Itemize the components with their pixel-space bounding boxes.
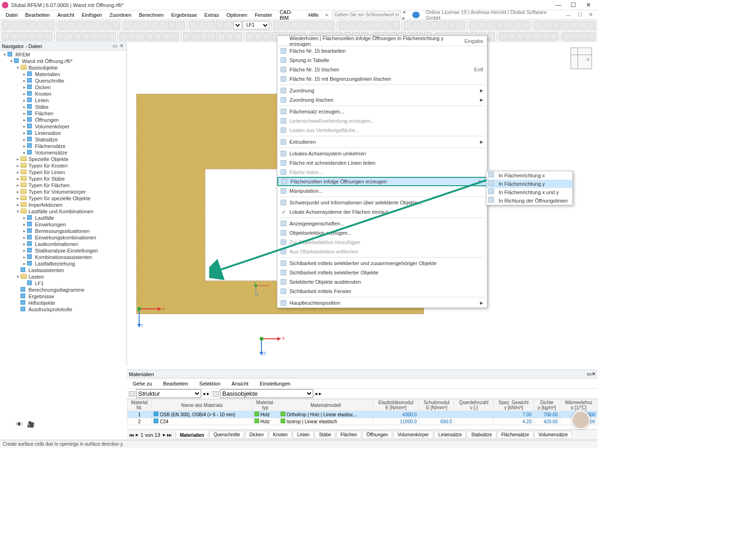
toolbar-button[interactable]: [533, 32, 541, 41]
toolbar-button[interactable]: [141, 21, 149, 29]
tree-row[interactable]: ▸Stäbe: [2, 104, 125, 110]
nav-prev-icon[interactable]: ◂: [315, 391, 317, 397]
bottom-menu-item[interactable]: Gehe zu: [129, 381, 156, 386]
tree-row[interactable]: ▸Volumenkörper: [2, 123, 125, 130]
toolbar-button[interactable]: [159, 21, 167, 29]
toolbar-button[interactable]: [46, 21, 54, 29]
tab-flächen[interactable]: Flächen: [336, 431, 361, 439]
toolbar-button[interactable]: [108, 32, 115, 41]
toolbar-button[interactable]: [542, 32, 550, 41]
toolbar-combo[interactable]: LF1: [243, 21, 269, 29]
tab-stabsätze[interactable]: Stabsätze: [467, 431, 496, 439]
toolbar-button[interactable]: [36, 32, 43, 41]
tree-row[interactable]: ▸Typen für Flächen: [2, 182, 125, 189]
tree-row[interactable]: ▸Einwirkungen: [2, 221, 125, 228]
toolbar-button[interactable]: [191, 32, 199, 41]
navigator-close-icon[interactable]: ✕: [118, 43, 125, 49]
toolbar-button[interactable]: [146, 32, 153, 41]
toolbar-button[interactable]: [273, 21, 281, 29]
toolbar-button[interactable]: [2, 32, 9, 41]
submenu-item[interactable]: In Flächenrichtung y: [486, 180, 572, 188]
nav-next-icon[interactable]: ▸: [319, 391, 322, 397]
toolbar-button[interactable]: [347, 21, 355, 29]
toolbar-button[interactable]: [499, 32, 507, 41]
camera-icon[interactable]: 🎥: [27, 421, 35, 428]
ctx-item[interactable]: Sichtbarkeit mittels selektierter und zu…: [277, 259, 487, 268]
toolbar-button[interactable]: [374, 21, 382, 29]
tab-öffnungen[interactable]: Öffnungen: [362, 431, 393, 439]
toolbar-button[interactable]: [28, 21, 36, 29]
toolbar-button[interactable]: [246, 32, 254, 41]
tab-liniensätze[interactable]: Liniensätze: [434, 431, 466, 439]
toolbar-button[interactable]: [496, 21, 504, 29]
ctx-item[interactable]: Extrudieren▶: [277, 137, 487, 147]
toolbar-button[interactable]: [183, 32, 190, 41]
ctx-item[interactable]: Zuordnung▶: [277, 86, 487, 95]
toolbar-button[interactable]: [562, 32, 570, 41]
toolbar-button[interactable]: [209, 32, 216, 41]
ctx-item[interactable]: Manipulation...: [277, 186, 487, 196]
tree-row[interactable]: ▸Lastfälle: [2, 215, 125, 221]
ctx-item[interactable]: Flächenzellen infolge Öffnungen erzeugen…: [277, 177, 487, 186]
toolbar-button[interactable]: [516, 32, 524, 41]
materials-table[interactable]: MaterialNr.Name des MaterialsMaterial-ty…: [127, 399, 598, 429]
toolbar-button[interactable]: [154, 32, 162, 41]
menu-ansicht[interactable]: Ansicht: [54, 12, 78, 18]
toolbar-button[interactable]: [413, 21, 421, 29]
menu-berechnen[interactable]: Berechnen: [135, 12, 168, 18]
tree-row[interactable]: ▸Flächensätze: [2, 143, 125, 149]
menu-bearbeiten[interactable]: Bearbeiten: [21, 12, 54, 18]
toolbar-button[interactable]: [82, 32, 90, 41]
toolbar-button[interactable]: [76, 21, 84, 29]
toolbar-button[interactable]: [137, 32, 144, 41]
toolbar-button[interactable]: [525, 32, 532, 41]
toolbar-button[interactable]: [124, 21, 132, 29]
toolbar-button[interactable]: [74, 32, 81, 41]
toolbar-button[interactable]: [561, 21, 569, 29]
ctx-item[interactable]: Selektierte Objekte ausblenden: [277, 277, 487, 287]
ctx-item[interactable]: Fläche Nr. 15 löschenEntf: [277, 65, 487, 74]
submenu-item[interactable]: In Flächenrichtung x und y: [486, 188, 572, 196]
menu-hilfe[interactable]: Hilfe: [304, 12, 322, 18]
tab-knoten[interactable]: Knoten: [269, 431, 292, 439]
toolbar-button[interactable]: [226, 32, 233, 41]
struct-combo[interactable]: Struktur: [136, 389, 201, 398]
menu-extras[interactable]: Extras: [201, 12, 223, 18]
tree-row[interactable]: Hilfsobjekte: [2, 300, 125, 306]
navigator-tree[interactable]: ▾RFEM▾Wand mit Öffnung.rf6*▾Basisobjekte…: [0, 50, 127, 366]
ctx-item[interactable]: Hauptleuchtenposition▶: [277, 298, 487, 308]
tab-materialien[interactable]: Materialien: [176, 431, 208, 439]
nav-prev-icon[interactable]: ◂: [203, 391, 205, 397]
toolbar-button[interactable]: [234, 32, 242, 41]
toolbar-button[interactable]: [133, 21, 141, 29]
tree-row[interactable]: ▸Imperfektionen: [2, 202, 125, 208]
tab-volumensätze[interactable]: Volumensätze: [534, 431, 572, 439]
toolbar-button[interactable]: [487, 32, 495, 41]
toolbar-button[interactable]: [487, 21, 495, 29]
eye-icon[interactable]: 👁: [16, 420, 22, 428]
bottom-menu-item[interactable]: Selektion: [196, 381, 224, 386]
toolbar-button[interactable]: [85, 21, 93, 29]
page-nav[interactable]: ⏮◂1 von 13▸⏭: [129, 432, 172, 438]
tree-row[interactable]: ▸Liniensätze: [2, 130, 125, 136]
toolbar-button[interactable]: [505, 21, 513, 29]
ctx-item[interactable]: Sichtbarkeit mittels Fenster: [277, 287, 487, 296]
toolbar-button[interactable]: [91, 32, 98, 41]
mdi-min-button[interactable]: —: [563, 12, 574, 18]
toolbar-button[interactable]: [200, 32, 208, 41]
toolbar-button[interactable]: [255, 32, 262, 41]
tree-row[interactable]: ▸Lastkombinationen: [2, 241, 125, 247]
tree-row[interactable]: LF1: [2, 280, 125, 287]
tree-row[interactable]: Lastassistenten: [2, 267, 125, 273]
tab-linien[interactable]: Linien: [293, 431, 314, 439]
toolbar-button[interactable]: [579, 32, 587, 41]
menu-cad-bim[interactable]: CAD-BIM: [276, 9, 305, 21]
tree-row[interactable]: ▸Stabsätze: [2, 136, 125, 143]
ctx-item[interactable]: Fläche Nr. 15 mit Begrenzungslinien lösc…: [277, 74, 487, 84]
bottom-menu-item[interactable]: Ansicht: [228, 381, 252, 386]
toolbar-button[interactable]: [448, 21, 456, 29]
tree-row[interactable]: ▸Bemessungssituationen: [2, 228, 125, 234]
ctx-item[interactable]: Anzeigeeigenschaften...: [277, 219, 487, 228]
tab-stäbe[interactable]: Stäbe: [315, 431, 335, 439]
toolbar-button[interactable]: [383, 21, 391, 29]
